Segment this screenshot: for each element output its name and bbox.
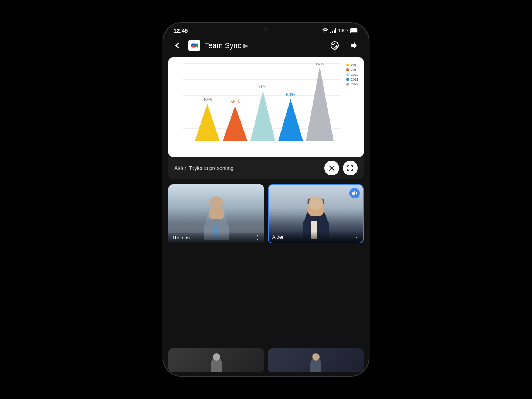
bar-label-2021: 60% [286,92,296,97]
nav-left: Team Sync ▶ [171,39,248,52]
legend-item-2020: 2020 [346,73,358,76]
presenter-text: Aiden Tayler is presenting [174,165,233,171]
partial-tile-2 [268,348,364,372]
bar-2020 [250,91,276,141]
participant-tile-thomas: Thomas ⋮ [168,184,264,243]
chart-container: 2018 2019 2020 2021 [168,57,364,157]
bar-label-2019: 55% [231,99,240,104]
bar-chart: 100 80 60 40 20 46% 55% [183,63,359,144]
battery-percentage: 100% [338,28,349,33]
legend-label-2019: 2019 [351,68,358,72]
svg-rect-1 [351,29,357,32]
presentation-area: 2018 2019 2020 2021 [168,57,364,157]
aiden-name-bar: Aiden ⋮ [269,231,363,243]
volume-button[interactable] [348,39,361,52]
svg-rect-17 [352,192,354,195]
title-expand-icon[interactable]: ▶ [243,42,248,49]
fullscreen-button[interactable] [343,161,358,175]
bar-2022 [306,66,334,141]
legend-item-2021: 2021 [346,78,358,81]
legend-label-2022: 2022 [351,82,358,86]
status-icons: 100% [322,28,358,33]
bar-2019 [222,106,248,141]
stop-pin-button[interactable] [324,161,339,175]
legend-item-2022: 2022 [346,82,358,86]
bar-label-2022: 96% [315,63,325,65]
meeting-title-area: Team Sync ▶ [205,41,248,50]
speaking-badge [349,188,360,198]
phone-screen: 12:45 100% [163,23,369,376]
meeting-title-text: Team Sync [205,41,241,50]
bar-label-2020: 76% [258,84,268,89]
thomas-name-bar: Thomas ⋮ [168,232,264,243]
front-camera [263,27,269,32]
aiden-name: Aiden [272,234,284,240]
status-time: 12:45 [174,27,188,34]
svg-rect-18 [354,191,355,195]
top-nav: Team Sync ▶ [163,36,369,56]
back-button[interactable] [171,39,184,52]
flip-camera-button[interactable] [328,39,341,52]
nav-right [328,39,361,52]
thomas-menu-button[interactable]: ⋮ [255,234,260,241]
legend-label-2021: 2021 [351,78,358,81]
wifi-icon [322,28,328,33]
bar-label-2018: 46% [203,97,212,102]
chart-legend: 2018 2019 2020 2021 [346,63,358,86]
svg-rect-19 [356,192,357,194]
legend-item-2019: 2019 [346,68,358,72]
aiden-menu-button[interactable]: ⋮ [353,233,359,241]
bottom-participants-row [163,345,369,376]
presenter-actions [324,161,358,175]
legend-label-2018: 2018 [351,63,358,67]
legend-item-2018: 2018 [346,63,358,67]
presenter-bar: Aiden Tayler is presenting [168,157,364,179]
battery-icon: 100% [338,28,358,33]
participants-grid: Thomas ⋮ [163,179,369,345]
legend-label-2020: 2020 [351,73,358,76]
svg-point-3 [331,42,338,49]
participant-tile-aiden: Aiden ⋮ [268,184,364,243]
bar-2021 [278,99,303,141]
bar-2018 [195,104,220,141]
app-logo [188,40,200,51]
phone-shell: 12:45 100% [163,22,369,377]
partial-tile-1 [168,348,264,372]
signal-icon [330,28,337,33]
thomas-name: Thomas [172,235,190,241]
phone-device: 12:45 100% [163,22,369,377]
